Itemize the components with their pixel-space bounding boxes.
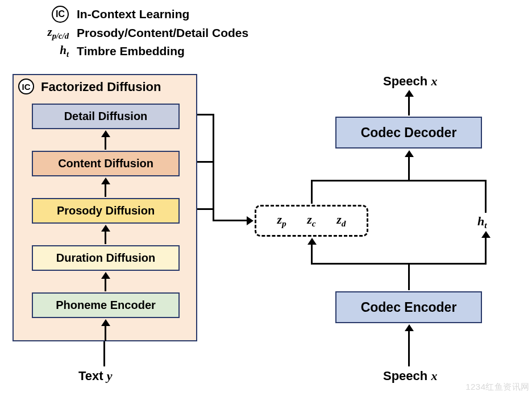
arrow-line	[105, 279, 106, 291]
factorized-diffusion-panel: IC Factorized Diffusion Detail Diffusion…	[13, 74, 197, 341]
legend: IC In-Context Learning zp/c/d Prosody/Co…	[26, 6, 248, 61]
legend-row-ic: IC In-Context Learning	[26, 6, 248, 23]
panel-ic-badge-icon: IC	[18, 79, 34, 94]
arrow-line	[408, 157, 410, 180]
arrow-up-icon	[405, 150, 414, 157]
arrow-line	[103, 341, 105, 366]
arrow-up-icon	[101, 178, 110, 184]
codec-encoder-block: Codec Encoder	[335, 291, 482, 323]
panel-title: Factorized Diffusion	[41, 80, 161, 94]
arrow-up-icon	[405, 90, 414, 97]
arrow-line	[311, 180, 313, 204]
zc-code: zc	[307, 212, 315, 229]
arrow-line	[485, 180, 487, 213]
arrow-line	[105, 184, 106, 197]
prosody-diffusion-block: Prosody Diffusion	[32, 198, 180, 224]
legend-label-ic: In-Context Learning	[77, 7, 189, 21]
legend-label-codes: Prosody/Content/Detail Codes	[77, 26, 248, 40]
arrow-line	[197, 208, 214, 210]
detail-diffusion-block: Detail Diffusion	[32, 104, 180, 129]
zd-code: zd	[336, 212, 346, 229]
arrow-up-icon	[101, 272, 110, 279]
zp-code: zp	[277, 212, 286, 229]
text-y-label: Text y	[78, 369, 112, 383]
legend-row-codes: zp/c/d Prosody/Content/Detail Codes	[26, 25, 248, 41]
arrow-line	[408, 97, 410, 116]
codec-decoder-block: Codec Decoder	[335, 117, 482, 148]
arrow-line	[105, 326, 106, 341]
arrow-up-icon	[481, 231, 491, 238]
arrow-line	[213, 220, 247, 221]
speech-x-input-label: Speech x	[383, 369, 437, 383]
legend-label-timbre: Timbre Embedding	[77, 44, 185, 58]
ht-label: ht	[477, 214, 487, 230]
arrow-line	[311, 245, 313, 263]
legend-symbol-codes: zp/c/d	[26, 25, 77, 41]
codes-box: zp zc zd	[255, 205, 368, 237]
arrow-up-icon	[101, 225, 110, 232]
arrow-line	[105, 137, 106, 150]
arrow-line	[485, 238, 487, 263]
legend-symbol-timbre: ht	[26, 43, 77, 59]
phoneme-encoder-block: Phoneme Encoder	[32, 292, 180, 318]
legend-symbol-ic: IC	[26, 6, 77, 23]
content-diffusion-block: Content Diffusion	[32, 151, 180, 176]
arrow-line	[213, 114, 214, 221]
arrow-line	[311, 180, 487, 182]
arrow-line	[408, 331, 410, 366]
legend-row-timbre: ht Timbre Embedding	[26, 43, 248, 59]
arrow-up-icon	[405, 324, 414, 331]
arrow-line	[197, 114, 214, 116]
duration-diffusion-block: Duration Diffusion	[32, 245, 180, 271]
arrow-up-icon	[101, 319, 110, 326]
arrow-up-icon	[101, 130, 110, 137]
speech-x-output-label: Speech x	[383, 74, 437, 89]
arrow-right-icon	[247, 216, 253, 225]
arrow-line	[311, 263, 487, 265]
ic-badge-icon: IC	[52, 6, 69, 23]
arrow-up-icon	[307, 238, 317, 245]
arrow-line	[197, 161, 214, 163]
arrow-line	[408, 263, 410, 290]
watermark: 1234红鱼资讯网	[466, 382, 530, 393]
arrow-line	[105, 232, 106, 244]
